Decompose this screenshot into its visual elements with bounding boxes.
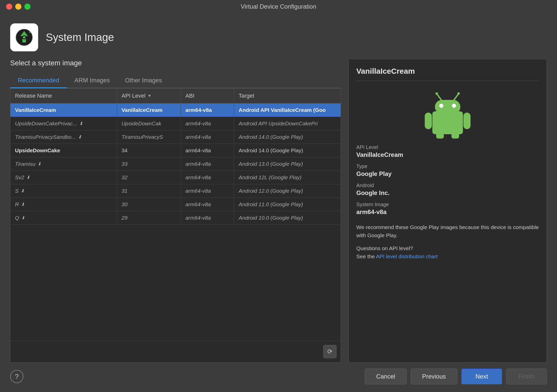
table-row[interactable]: UpsideDownCake 34 arm64-v8a Android 14.0…: [10, 144, 341, 157]
cell-abi: arm64-v8a: [181, 157, 234, 171]
cell-release-name: VanillaIceCream: [10, 103, 117, 117]
download-icon: ⬇: [21, 215, 25, 221]
svg-rect-16: [451, 133, 459, 139]
system-image-table: Release Name API Level ▼ ABI Target: [10, 88, 341, 363]
cell-target: Android 12L (Google Play): [234, 171, 341, 184]
detail-type: Type Google Play: [356, 163, 539, 177]
refresh-button[interactable]: ⟳: [323, 345, 336, 358]
svg-rect-6: [435, 100, 460, 114]
api-question: Questions on API level?: [356, 245, 413, 251]
svg-rect-15: [436, 133, 444, 139]
cell-target: Android 10.0 (Google Play): [234, 211, 341, 224]
window-title: Virtual Device Configuration: [241, 3, 316, 10]
cell-target: Android 14.0 (Google Play): [234, 130, 341, 144]
svg-rect-5: [432, 111, 463, 134]
svg-rect-13: [425, 113, 432, 129]
cell-api-level: 30: [117, 198, 181, 211]
cell-target: Android API VanillaIceCream (Goo: [234, 103, 341, 117]
table-row[interactable]: Q ⬇ 29 arm64-v8a Android 10.0 (Google Pl…: [10, 211, 341, 225]
cell-api-level: UpsideDownCak: [117, 117, 181, 130]
minimize-button[interactable]: [15, 4, 21, 10]
android-studio-icon: ✦: [15, 28, 33, 46]
col-target[interactable]: Target: [234, 88, 341, 103]
detail-system-image: System Image arm64-v8a: [356, 202, 539, 216]
col-api-level[interactable]: API Level ▼: [117, 88, 181, 103]
table-row[interactable]: TiramisuPrivacySandbo... ⬇ TiramisuPriva…: [10, 130, 341, 144]
detail-title: VanillaIceCream: [356, 67, 539, 81]
svg-rect-14: [463, 113, 471, 129]
cell-target: Android 11.0 (Google Play): [234, 198, 341, 211]
svg-line-9: [437, 94, 441, 100]
cell-abi: arm64-v8a: [181, 211, 234, 224]
svg-point-8: [452, 104, 456, 108]
tab-bar: Recommended ARM Images Other Images: [10, 73, 341, 88]
detail-grid: API Level VanillaIceCream Type Google Pl…: [356, 144, 539, 216]
table-header: Release Name API Level ▼ ABI Target: [10, 88, 341, 103]
cell-api-level: TiramisuPrivacyS: [117, 130, 181, 144]
system-image-value: arm64-v8a: [356, 208, 539, 216]
col-release-name[interactable]: Release Name: [10, 88, 117, 103]
svg-text:✦: ✦: [28, 30, 32, 34]
table-row[interactable]: S ⬇ 31 arm64-v8a Android 12.0 (Google Pl…: [10, 184, 341, 198]
cell-api-level: 32: [117, 171, 181, 184]
table-row[interactable]: R ⬇ 30 arm64-v8a Android 11.0 (Google Pl…: [10, 198, 341, 211]
maximize-button[interactable]: [24, 4, 31, 10]
cell-release-name: Q ⬇: [10, 211, 117, 224]
page-header: ✦ System Image: [10, 13, 547, 59]
svg-point-7: [439, 104, 443, 108]
finish-button[interactable]: Finish: [506, 369, 547, 384]
download-icon: ⬇: [37, 161, 41, 167]
svg-point-12: [457, 92, 460, 95]
previous-button[interactable]: Previous: [411, 369, 457, 384]
cell-target: Android API UpsideDownCakePri: [234, 117, 341, 130]
detail-android: Android Google Inc.: [356, 183, 539, 197]
android-label: Android: [356, 183, 539, 188]
window-controls: [6, 4, 31, 10]
table-body: VanillaIceCream VanillaIceCream arm64-v8…: [10, 103, 341, 341]
system-image-label: System Image: [356, 202, 539, 207]
table-row[interactable]: Sv2 ⬇ 32 arm64-v8a Android 12L (Google P…: [10, 171, 341, 184]
close-button[interactable]: [6, 4, 12, 10]
page-title: System Image: [46, 31, 114, 43]
svg-point-11: [435, 92, 438, 95]
cell-release-name: UpsideDownCakePrivac... ⬇: [10, 117, 117, 130]
table-row[interactable]: VanillaIceCream VanillaIceCream arm64-v8…: [10, 103, 341, 117]
help-button[interactable]: ?: [10, 370, 23, 383]
cell-api-level: VanillaIceCream: [117, 103, 181, 117]
left-panel: Select a system image Recommended ARM Im…: [10, 59, 341, 363]
cell-target: Android 14.0 (Google Play): [234, 144, 341, 157]
next-button[interactable]: Next: [461, 369, 502, 384]
recommendation-text: We recommend these Google Play images be…: [356, 223, 539, 239]
sort-icon: ▼: [148, 94, 152, 98]
cancel-button[interactable]: Cancel: [365, 369, 407, 384]
svg-point-3: [23, 36, 25, 39]
tab-recommended[interactable]: Recommended: [10, 73, 67, 88]
type-value: Google Play: [356, 170, 539, 177]
cell-abi: arm64-v8a: [181, 130, 234, 144]
table-row[interactable]: UpsideDownCakePrivac... ⬇ UpsideDownCak …: [10, 117, 341, 130]
cell-api-level: 34: [117, 144, 181, 157]
bottom-bar: ? Cancel Previous Next Finish: [10, 363, 547, 392]
detail-panel: VanillaIceCream: [348, 59, 547, 363]
detail-api-level: API Level VanillaIceCream: [356, 144, 539, 158]
api-level-info: Questions on API level? See the API leve…: [356, 244, 539, 260]
android-value: Google Inc.: [356, 189, 539, 197]
cell-api-level: 33: [117, 157, 181, 171]
section-title: Select a system image: [10, 59, 341, 67]
api-see-text: See the: [356, 253, 376, 259]
cell-api-level: 31: [117, 184, 181, 198]
cell-abi: arm64-v8a: [181, 171, 234, 184]
col-abi[interactable]: ABI: [181, 88, 234, 103]
cell-release-name: S ⬇: [10, 184, 117, 198]
cell-release-name: R ⬇: [10, 198, 117, 211]
cell-abi: arm64-v8a: [181, 198, 234, 211]
cell-release-name: Sv2 ⬇: [10, 171, 117, 184]
cell-release-name: Tiramisu ⬇: [10, 157, 117, 171]
api-distribution-link[interactable]: API level distribution chart: [376, 253, 438, 259]
table-row[interactable]: Tiramisu ⬇ 33 arm64-v8a Android 13.0 (Go…: [10, 157, 341, 171]
cell-target: Android 12.0 (Google Play): [234, 184, 341, 198]
api-level-value: VanillaIceCream: [356, 151, 539, 158]
tab-other-images[interactable]: Other Images: [117, 73, 169, 88]
api-level-label: API Level: [356, 144, 539, 150]
tab-arm-images[interactable]: ARM Images: [67, 73, 118, 88]
